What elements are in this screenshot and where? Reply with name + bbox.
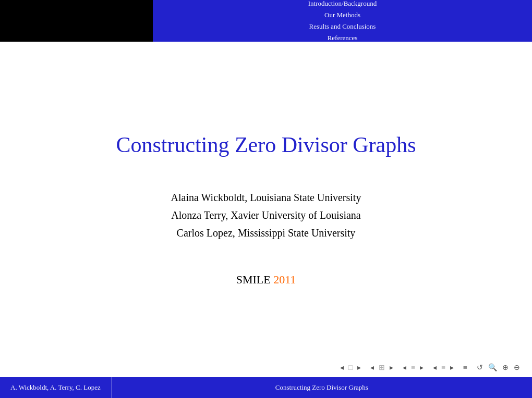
nav-return[interactable]: ↺: [475, 362, 485, 373]
nav-item-1[interactable]: Introduction/Background: [308, 0, 377, 9]
nav-zoomout[interactable]: ⊖: [512, 362, 522, 373]
conference-year: 2011: [273, 273, 296, 286]
nav-menu: Introduction/Background Our Methods Resu…: [153, 0, 532, 42]
footer-author: A. Wickboldt, A. Terry, C. Lopez: [0, 377, 111, 398]
slide-title: Constructing Zero Divisor Graphs: [116, 132, 416, 157]
nav-right-1[interactable]: ▸: [356, 362, 362, 373]
nav-right-3[interactable]: ▸: [418, 362, 425, 373]
nav-controls: ◂ □ ▸ ◂ ⊞ ▸ ◂ ≡ ▸ ◂ ≡ ▸ ≡ ↺ 🔍 ⊕ ⊖: [338, 362, 522, 373]
nav-align[interactable]: ≡: [462, 363, 469, 373]
bottom-bar: A. Wickboldt, A. Terry, C. Lopez Constru…: [0, 377, 532, 398]
author-2: Alonza Terry, Xavier University of Louis…: [171, 206, 361, 224]
nav-left-1[interactable]: ◂: [338, 362, 345, 373]
main-content: Constructing Zero Divisor Graphs Alaina …: [0, 42, 532, 377]
authors-block: Alaina Wickboldt, Louisiana State Univer…: [171, 189, 361, 242]
top-bar-black: [0, 0, 153, 42]
nav-zoom[interactable]: ⊕: [501, 362, 510, 373]
nav-sep-7: ≡: [441, 364, 445, 372]
author-1: Alaina Wickboldt, Louisiana State Univer…: [171, 189, 361, 206]
top-bar: Introduction/Background Our Methods Resu…: [0, 0, 532, 42]
nav-item-2[interactable]: Our Methods: [324, 9, 360, 21]
nav-left-3[interactable]: ◂: [401, 362, 408, 373]
footer-title: Constructing Zero Divisor Graphs: [111, 377, 532, 398]
nav-item-3[interactable]: Results and Conclusions: [309, 21, 376, 32]
nav-right-2[interactable]: ▸: [388, 362, 395, 373]
nav-search[interactable]: 🔍: [487, 362, 499, 373]
conference-line: SMILE 2011: [236, 273, 296, 287]
author-3: Carlos Lopez, Mississippi State Universi…: [171, 224, 361, 242]
conference-prefix: SMILE: [236, 273, 274, 286]
nav-left-4[interactable]: ◂: [431, 362, 438, 373]
nav-sep-1: □: [348, 364, 353, 372]
nav-sep-5: ≡: [411, 364, 415, 372]
nav-right-4[interactable]: ▸: [449, 362, 455, 373]
nav-left-2[interactable]: ◂: [369, 362, 376, 373]
nav-sep-3: ⊞: [379, 363, 385, 372]
